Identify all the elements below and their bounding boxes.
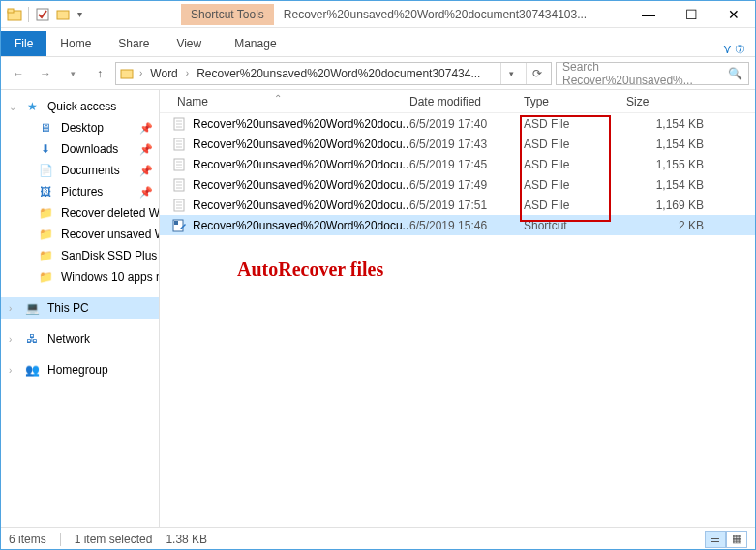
column-type[interactable]: Type	[524, 95, 626, 108]
details-view-button[interactable]: ☰	[705, 531, 726, 548]
column-size[interactable]: Size	[626, 95, 710, 108]
downloads-icon: ⬇	[38, 141, 53, 157]
sidebar-documents[interactable]: 📄Documents📌	[1, 160, 159, 181]
back-button[interactable]: ←	[7, 62, 30, 85]
pc-icon: 💻	[24, 300, 40, 316]
sidebar-quick-access[interactable]: ⌄ ★ Quick access	[1, 96, 159, 117]
file-size: 1,154 KB	[626, 117, 710, 131]
status-size: 1.38 KB	[166, 533, 207, 546]
ribbon-help-icon[interactable]: ⋎ ⑦	[713, 43, 755, 56]
file-row[interactable]: Recover%20unsaved%20Word%20docu...6/5/20…	[160, 195, 755, 215]
svg-rect-4	[121, 70, 133, 78]
file-row[interactable]: Recover%20unsaved%20Word%20docu...6/5/20…	[160, 215, 755, 235]
file-name: Recover%20unsaved%20Word%20docu...	[193, 117, 409, 131]
file-date: 6/5/2019 17:40	[409, 117, 524, 131]
chevron-right-icon[interactable]: ›	[9, 303, 12, 314]
sidebar-folder-1[interactable]: 📁Recover deleted Wo	[1, 202, 159, 224]
file-size: 1,155 KB	[626, 158, 710, 171]
file-name: Recover%20unsaved%20Word%20docu...	[193, 138, 409, 151]
tab-view[interactable]: View	[163, 31, 215, 56]
column-date[interactable]: Date modified	[409, 95, 524, 108]
search-input[interactable]: Search Recover%20unsaved%... 🔍	[556, 62, 749, 85]
checkbox-checked-icon[interactable]	[35, 7, 50, 22]
folder-icon: 📁	[38, 205, 53, 221]
desktop-icon: 🖥	[38, 120, 53, 136]
tab-share[interactable]: Share	[105, 31, 163, 56]
chevron-down-icon[interactable]: ⌄	[9, 102, 16, 112]
file-type: ASD File	[524, 199, 626, 212]
chevron-right-icon[interactable]: ›	[139, 68, 142, 78]
file-date: 6/5/2019 17:45	[409, 158, 524, 171]
maximize-button[interactable]: ☐	[670, 1, 712, 28]
sidebar-downloads[interactable]: ⬇Downloads📌	[1, 138, 159, 160]
svg-rect-1	[8, 9, 14, 13]
file-date: 6/5/2019 15:46	[409, 219, 524, 232]
sort-asc-icon: ⌃	[274, 93, 282, 104]
refresh-button[interactable]: ⟳	[526, 63, 547, 84]
sidebar-this-pc[interactable]: ›💻This PC	[1, 297, 159, 319]
file-icon	[171, 198, 187, 213]
qat-dropdown-icon[interactable]: ▾	[77, 9, 82, 19]
file-icon	[171, 116, 187, 132]
sidebar-folder-4[interactable]: 📁Windows 10 apps m	[1, 266, 159, 288]
sidebar-folder-3[interactable]: 📁SanDisk SSD Plus	[1, 245, 159, 266]
forward-button[interactable]: →	[34, 62, 57, 85]
file-name: Recover%20unsaved%20Word%20docu...	[193, 219, 409, 232]
sidebar-desktop[interactable]: 🖥Desktop📌	[1, 117, 159, 138]
folder-icon: 📁	[38, 227, 53, 242]
tab-file[interactable]: File	[1, 31, 46, 56]
sidebar-network[interactable]: ›🖧Network	[1, 328, 159, 350]
file-type: ASD File	[524, 138, 626, 151]
file-list-pane: Name⌃ Date modified Type Size AutoRecove…	[160, 90, 755, 527]
view-toggle: ☰ ▦	[705, 531, 747, 548]
file-icon	[171, 177, 187, 193]
column-name[interactable]: Name⌃	[167, 95, 409, 108]
file-type: ASD File	[524, 178, 626, 192]
sidebar-folder-2[interactable]: 📁Recover unsaved W	[1, 224, 159, 245]
folder-small-icon[interactable]	[56, 7, 72, 22]
address-dropdown-icon[interactable]: ▾	[500, 63, 522, 84]
file-rows: AutoRecover files Recover%20unsaved%20Wo…	[160, 113, 755, 235]
folder-icon	[120, 66, 136, 81]
chevron-right-icon[interactable]: ›	[9, 334, 12, 345]
thumbnails-view-button[interactable]: ▦	[726, 531, 747, 548]
tab-manage[interactable]: Manage	[221, 31, 289, 56]
svg-rect-3	[57, 11, 69, 19]
column-headers: Name⌃ Date modified Type Size	[160, 90, 755, 113]
minimize-button[interactable]: —	[627, 1, 670, 28]
file-icon	[171, 218, 187, 233]
chevron-right-icon[interactable]: ›	[186, 68, 189, 78]
file-type: ASD File	[524, 158, 626, 171]
svg-rect-26	[174, 221, 178, 225]
file-name: Recover%20unsaved%20Word%20docu...	[193, 199, 409, 212]
sidebar-homegroup[interactable]: ›👥Homegroup	[1, 359, 159, 381]
search-placeholder: Search Recover%20unsaved%...	[562, 60, 728, 87]
navigation-bar: ← → ▾ ↑ › Word › Recover%20unsaved%20Wor…	[1, 57, 755, 90]
breadcrumb-folder[interactable]: Recover%20unsaved%20Word%20document30743…	[193, 65, 484, 82]
chevron-right-icon[interactable]: ›	[9, 365, 12, 376]
sidebar-pictures[interactable]: 🖼Pictures📌	[1, 181, 159, 202]
pictures-icon: 🖼	[38, 184, 53, 199]
file-row[interactable]: Recover%20unsaved%20Word%20docu...6/5/20…	[160, 154, 755, 174]
folder-icon: 📁	[38, 248, 53, 263]
folder-icon: 📁	[38, 269, 53, 285]
quick-access-toolbar: ▾	[1, 7, 88, 22]
ribbon-tabs: File Home Share View Manage ⋎ ⑦	[1, 28, 755, 57]
up-button[interactable]: ↑	[88, 62, 111, 85]
address-bar[interactable]: › Word › Recover%20unsaved%20Word%20docu…	[115, 62, 552, 85]
file-date: 6/5/2019 17:43	[409, 138, 524, 151]
file-date: 6/5/2019 17:49	[409, 178, 524, 192]
history-dropdown[interactable]: ▾	[61, 62, 84, 85]
search-icon: 🔍	[728, 67, 742, 80]
file-row[interactable]: Recover%20unsaved%20Word%20docu...6/5/20…	[160, 174, 755, 195]
close-button[interactable]: ✕	[712, 1, 755, 28]
file-size: 2 KB	[626, 219, 710, 232]
status-bar: 6 items 1 item selected 1.38 KB ☰ ▦	[1, 527, 755, 550]
breadcrumb-word[interactable]: Word	[146, 65, 181, 82]
file-icon	[171, 157, 187, 172]
tab-home[interactable]: Home	[46, 31, 105, 56]
file-row[interactable]: Recover%20unsaved%20Word%20docu...6/5/20…	[160, 134, 755, 154]
folder-icon	[7, 7, 22, 22]
file-type: ASD File	[524, 117, 626, 131]
file-row[interactable]: Recover%20unsaved%20Word%20docu...6/5/20…	[160, 113, 755, 134]
